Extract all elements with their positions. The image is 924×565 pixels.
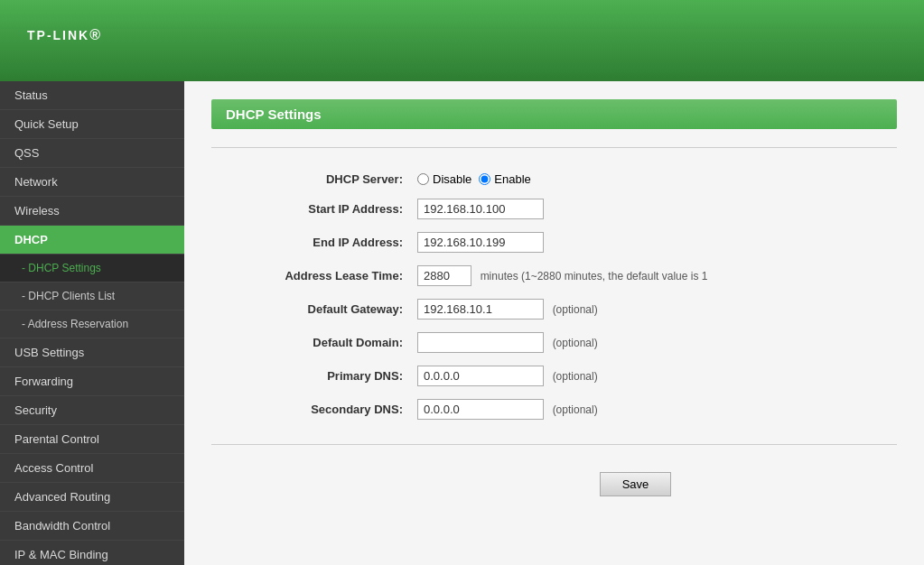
primary-dns-optional: (optional) bbox=[553, 370, 598, 383]
gateway-input[interactable] bbox=[417, 299, 544, 320]
secondary-dns-label: Secondary DNS: bbox=[211, 393, 410, 426]
disable-text: Disable bbox=[433, 172, 471, 186]
logo: TP-LINK® bbox=[27, 22, 102, 60]
end-ip-input[interactable] bbox=[417, 232, 544, 253]
gateway-value-cell: (optional) bbox=[410, 292, 897, 326]
secondary-dns-row: Secondary DNS: (optional) bbox=[211, 393, 897, 426]
sidebar-item-ip-mac-binding[interactable]: IP & MAC Binding bbox=[0, 541, 184, 565]
sidebar-item-dhcp-settings[interactable]: - DHCP Settings bbox=[0, 255, 184, 282]
disable-label[interactable]: Disable bbox=[417, 172, 471, 186]
domain-input[interactable] bbox=[417, 332, 544, 353]
lease-time-input[interactable] bbox=[417, 265, 471, 286]
divider-top bbox=[211, 147, 897, 148]
start-ip-label: Start IP Address: bbox=[211, 192, 410, 226]
sidebar-item-access-control[interactable]: Access Control bbox=[0, 454, 184, 483]
end-ip-label: End IP Address: bbox=[211, 226, 410, 259]
dhcp-server-row: DHCP Server: Disable Enable bbox=[211, 166, 897, 192]
enable-text: Enable bbox=[494, 172, 530, 186]
lease-time-row: Address Lease Time: minutes (1~2880 minu… bbox=[211, 259, 897, 292]
dhcp-form: DHCP Server: Disable Enable bbox=[211, 166, 897, 426]
disable-radio[interactable] bbox=[417, 173, 429, 185]
end-ip-value-cell bbox=[410, 226, 897, 259]
end-ip-row: End IP Address: bbox=[211, 226, 897, 259]
sidebar-item-usb-settings[interactable]: USB Settings bbox=[0, 338, 184, 367]
header: TP-LINK® bbox=[0, 0, 924, 81]
domain-optional: (optional) bbox=[553, 337, 598, 349]
primary-dns-value-cell: (optional) bbox=[410, 359, 897, 393]
secondary-dns-optional: (optional) bbox=[553, 403, 598, 416]
sidebar-item-dhcp-clients-list[interactable]: - DHCP Clients List bbox=[0, 282, 184, 310]
gateway-optional: (optional) bbox=[553, 303, 598, 316]
primary-dns-label: Primary DNS: bbox=[211, 359, 410, 393]
main-content: DHCP Settings DHCP Server: Disable bbox=[184, 81, 924, 565]
gateway-row: Default Gateway: (optional) bbox=[211, 292, 897, 326]
layout: Status Quick Setup QSS Network Wireless … bbox=[0, 81, 924, 565]
sidebar-item-parental-control[interactable]: Parental Control bbox=[0, 425, 184, 454]
sidebar-item-security[interactable]: Security bbox=[0, 396, 184, 425]
domain-row: Default Domain: (optional) bbox=[211, 326, 897, 359]
domain-value-cell: (optional) bbox=[410, 326, 897, 359]
sidebar-item-qss[interactable]: QSS bbox=[0, 139, 184, 168]
sidebar-item-bandwidth-control[interactable]: Bandwidth Control bbox=[0, 512, 184, 541]
save-button[interactable]: Save bbox=[600, 472, 672, 496]
dhcp-server-label: DHCP Server: bbox=[211, 166, 410, 192]
start-ip-value-cell bbox=[410, 192, 897, 226]
save-row: Save bbox=[211, 463, 897, 496]
sidebar: Status Quick Setup QSS Network Wireless … bbox=[0, 81, 184, 565]
secondary-dns-input[interactable] bbox=[417, 399, 544, 420]
domain-label: Default Domain: bbox=[211, 326, 410, 359]
primary-dns-input[interactable] bbox=[417, 366, 544, 386]
sidebar-item-status[interactable]: Status bbox=[0, 81, 184, 110]
sidebar-item-dhcp[interactable]: DHCP bbox=[0, 226, 184, 255]
enable-label[interactable]: Enable bbox=[479, 172, 530, 186]
lease-time-hint: minutes (1~2880 minutes, the default val… bbox=[481, 270, 708, 282]
gateway-label: Default Gateway: bbox=[211, 292, 410, 326]
sidebar-item-quick-setup[interactable]: Quick Setup bbox=[0, 110, 184, 139]
sidebar-item-forwarding[interactable]: Forwarding bbox=[0, 367, 184, 396]
dhcp-server-radio-group: Disable Enable bbox=[417, 172, 890, 186]
dhcp-server-value: Disable Enable bbox=[410, 166, 897, 192]
start-ip-row: Start IP Address: bbox=[211, 192, 897, 226]
secondary-dns-value-cell: (optional) bbox=[410, 393, 897, 426]
lease-time-label: Address Lease Time: bbox=[211, 259, 410, 292]
sidebar-item-address-reservation[interactable]: - Address Reservation bbox=[0, 310, 184, 338]
sidebar-item-network[interactable]: Network bbox=[0, 168, 184, 197]
start-ip-input[interactable] bbox=[417, 199, 544, 219]
sidebar-item-wireless[interactable]: Wireless bbox=[0, 197, 184, 226]
enable-radio[interactable] bbox=[479, 173, 490, 185]
primary-dns-row: Primary DNS: (optional) bbox=[211, 359, 897, 393]
divider-bottom bbox=[211, 444, 897, 445]
sidebar-item-advanced-routing[interactable]: Advanced Routing bbox=[0, 483, 184, 512]
page-title: DHCP Settings bbox=[211, 99, 897, 129]
lease-time-value-cell: minutes (1~2880 minutes, the default val… bbox=[410, 259, 897, 292]
